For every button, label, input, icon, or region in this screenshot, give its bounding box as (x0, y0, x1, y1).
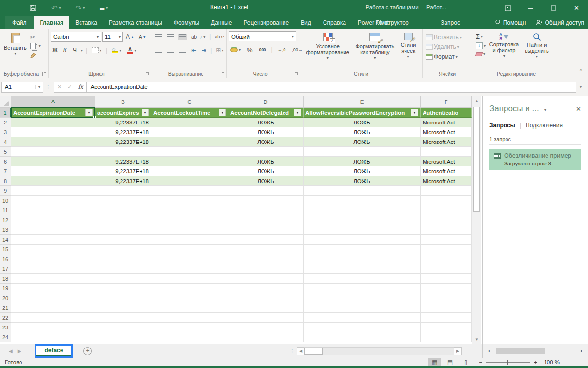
cell-D21[interactable] (228, 303, 304, 313)
tab-рецензирование[interactable]: Рецензирование (238, 16, 295, 29)
cell-C22[interactable] (151, 313, 228, 323)
cell-B2[interactable]: 9,22337E+18 (95, 118, 151, 127)
cell-A17[interactable] (11, 264, 95, 274)
row-header-7[interactable]: 7 (0, 166, 11, 176)
select-all-button[interactable] (0, 96, 11, 108)
ribbon-display-options-icon[interactable] (496, 0, 519, 16)
expand-formula-bar-icon[interactable]: ▾ (576, 84, 585, 89)
wrap-text-button[interactable]: ab↩ (213, 34, 226, 39)
cell-F5[interactable] (421, 147, 472, 157)
cell-D7[interactable]: ЛОЖЬ (228, 166, 304, 176)
paste-button[interactable]: Вставить ▾ (2, 31, 29, 59)
decrease-indent-button[interactable]: ⇤ (190, 46, 198, 54)
cell-E8[interactable]: ЛОЖЬ (304, 176, 421, 186)
cell-F6[interactable]: Microsoft.Act (421, 157, 472, 166)
cell-B11[interactable] (95, 205, 151, 215)
align-middle-button[interactable] (165, 34, 175, 40)
pane-horizontal-scrollbar[interactable]: ‹ › (483, 344, 588, 358)
cell-A6[interactable] (11, 157, 95, 166)
cell-E13[interactable] (304, 225, 421, 235)
cell-D2[interactable]: ЛОЖЬ (228, 118, 304, 127)
cell-E9[interactable] (304, 186, 421, 196)
cell-F11[interactable] (421, 205, 472, 215)
pane-close-icon[interactable]: ✕ (576, 105, 581, 113)
grow-font-button[interactable]: A▲ (124, 33, 136, 41)
zoom-out-icon[interactable]: − (479, 359, 483, 365)
cell-F9[interactable] (421, 186, 472, 196)
cell-C23[interactable] (151, 323, 228, 332)
delete-cells-button[interactable]: Удалить▾ (425, 43, 461, 51)
cell-D15[interactable] (228, 245, 304, 254)
cell-C12[interactable] (151, 215, 228, 225)
cell-F7[interactable]: Microsoft.Act (421, 166, 472, 176)
cell-D5[interactable] (228, 147, 304, 157)
table-header-cell-D1[interactable]: AccountNotDelegated▼ (228, 108, 304, 118)
table-header-cell-A1[interactable]: AccountExpirationDate▼ (11, 108, 95, 118)
clear-button[interactable]: ▾ (474, 51, 487, 57)
query-list-item[interactable]: Обезличивание пример Загружено строк: 8. (489, 149, 581, 170)
cell-A2[interactable] (11, 118, 95, 127)
row-header-14[interactable]: 14 (0, 235, 11, 245)
cell-A15[interactable] (11, 245, 95, 254)
collapse-ribbon-icon[interactable]: ⌃ (579, 68, 583, 75)
conditional-formatting-button[interactable]: ≠ Условное форматирование▾ (302, 31, 353, 62)
sort-filter-button[interactable]: АЯ Сортировка и фильтр▾ (487, 31, 521, 61)
row-header-8[interactable]: 8 (0, 176, 11, 186)
cell-F2[interactable]: Microsoft.Act (421, 118, 472, 127)
cell-F10[interactable] (421, 196, 472, 205)
cell-D10[interactable] (228, 196, 304, 205)
cell-D22[interactable] (228, 313, 304, 323)
orientation-button[interactable]: ab→▾ (190, 34, 207, 40)
cell-E12[interactable] (304, 215, 421, 225)
format-cells-button[interactable]: Формат▾ (425, 53, 459, 61)
cell-F21[interactable] (421, 303, 472, 313)
percent-button[interactable]: % (245, 46, 254, 54)
table-header-cell-B1[interactable]: accountExpires▼ (95, 108, 151, 118)
column-header-A[interactable]: A (11, 96, 95, 108)
cell-E15[interactable] (304, 245, 421, 254)
pane-scroll-right-icon[interactable]: › (580, 348, 582, 354)
insert-function-icon[interactable]: fx (78, 83, 83, 90)
row-header-9[interactable]: 9 (0, 186, 11, 196)
cell-D24[interactable] (228, 332, 304, 342)
cell-B4[interactable]: 9,22337E+18 (95, 137, 151, 147)
cell-F15[interactable] (421, 245, 472, 254)
cell-E14[interactable] (304, 235, 421, 245)
row-header-17[interactable]: 17 (0, 264, 11, 274)
accounting-format-button[interactable]: ▾ (229, 47, 242, 53)
column-header-E[interactable]: E (304, 96, 421, 108)
shrink-font-button[interactable]: A▼ (137, 34, 148, 40)
cell-E21[interactable] (304, 303, 421, 313)
italic-button[interactable]: К (62, 46, 68, 54)
cell-C7[interactable] (151, 166, 228, 176)
zoom-slider-thumb[interactable] (507, 360, 508, 365)
merge-center-button[interactable]: ⊞▾ (214, 46, 225, 54)
tab-справка[interactable]: Справка (317, 16, 352, 29)
cell-F12[interactable] (421, 215, 472, 225)
view-page-layout-icon[interactable]: ▤ (444, 358, 457, 366)
cell-E2[interactable]: ЛОЖЬ (304, 118, 421, 127)
cell-B9[interactable] (95, 186, 151, 196)
cell-E3[interactable]: ЛОЖЬ (304, 127, 421, 137)
insert-cells-button[interactable]: Вставить▾ (425, 33, 463, 41)
cell-B8[interactable]: 9,22337E+18 (95, 176, 151, 186)
column-header-C[interactable]: C (151, 96, 228, 108)
sheet-tab-deface[interactable]: deface (36, 346, 71, 356)
pane-scroll-thumb[interactable] (496, 348, 545, 354)
vertical-scrollbar[interactable]: ▲ ▼ (472, 96, 481, 344)
cell-B3[interactable]: 9,22337E+18 (95, 127, 151, 137)
align-right-button[interactable] (178, 47, 187, 54)
align-top-button[interactable] (153, 34, 163, 40)
table-header-cell-F1[interactable]: Authenticatio (421, 108, 472, 118)
filter-icon-A[interactable]: ▼ (85, 109, 93, 116)
cell-B15[interactable] (95, 245, 151, 254)
cell-A18[interactable] (11, 274, 95, 284)
font-name-combo[interactable]: Calibri▾ (51, 32, 101, 42)
font-dialog-launcher[interactable] (145, 72, 149, 76)
cell-A21[interactable] (11, 303, 95, 313)
cell-F3[interactable]: Microsoft.Act (421, 127, 472, 137)
cell-F23[interactable] (421, 323, 472, 332)
cell-F19[interactable] (421, 284, 472, 293)
cell-E5[interactable] (304, 147, 421, 157)
maximize-icon[interactable] (542, 0, 565, 16)
